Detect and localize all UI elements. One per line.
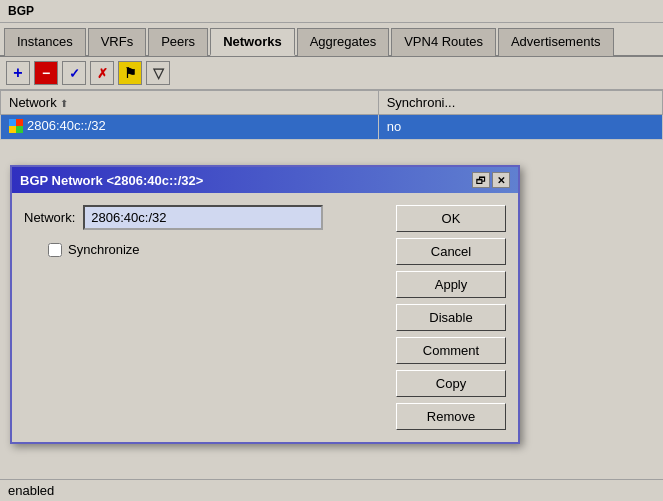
cell-synchronize: no xyxy=(378,115,662,140)
network-input[interactable] xyxy=(83,205,323,230)
dialog-title-buttons: 🗗 ✕ xyxy=(472,172,510,188)
synchronize-checkbox[interactable] xyxy=(48,243,62,257)
add-button[interactable]: + xyxy=(6,61,30,85)
status-text: enabled xyxy=(8,483,54,498)
tab-networks[interactable]: Networks xyxy=(210,28,295,56)
bgp-network-dialog: BGP Network <2806:40c::/32> 🗗 ✕ Network:… xyxy=(10,165,520,444)
dialog-title-bar: BGP Network <2806:40c::/32> 🗗 ✕ xyxy=(12,167,518,193)
tab-instances[interactable]: Instances xyxy=(4,28,86,56)
network-field-label: Network: xyxy=(24,210,75,225)
ok-button[interactable]: OK xyxy=(396,205,506,232)
cancel-button[interactable]: Cancel xyxy=(396,238,506,265)
networks-table: Network ⬆ Synchroni... xyxy=(0,90,663,140)
disable-button[interactable]: Disable xyxy=(396,304,506,331)
dialog-close-button[interactable]: ✕ xyxy=(492,172,510,188)
dialog-title-text: BGP Network <2806:40c::/32> xyxy=(20,173,203,188)
svg-rect-3 xyxy=(16,126,23,133)
comment-button[interactable]: Comment xyxy=(396,337,506,364)
remove-button-dialog[interactable]: Remove xyxy=(396,403,506,430)
status-bar: enabled xyxy=(0,479,663,501)
toolbar: + − ✓ ✗ ⚑ ▽ xyxy=(0,57,663,90)
table-row[interactable]: 2806:40c::/32 no xyxy=(1,115,663,140)
remove-button[interactable]: − xyxy=(34,61,58,85)
apply-button[interactable]: Apply xyxy=(396,271,506,298)
filter-button[interactable]: ▽ xyxy=(146,61,170,85)
tab-peers[interactable]: Peers xyxy=(148,28,208,56)
synchronize-row: Synchronize xyxy=(48,242,384,257)
cell-network: 2806:40c::/32 xyxy=(1,115,379,140)
table-area: Network ⬆ Synchroni... xyxy=(0,90,663,140)
tab-bar: Instances VRFs Peers Networks Aggregates… xyxy=(0,23,663,57)
flag-button[interactable]: ⚑ xyxy=(118,61,142,85)
svg-rect-1 xyxy=(16,119,23,126)
svg-rect-0 xyxy=(9,119,16,126)
col-header-synchronize[interactable]: Synchroni... xyxy=(378,91,662,115)
network-field-row: Network: xyxy=(24,205,384,230)
col-header-network[interactable]: Network ⬆ xyxy=(1,91,379,115)
sort-icon: ⬆ xyxy=(60,98,68,109)
svg-rect-2 xyxy=(9,126,16,133)
app-title: BGP xyxy=(8,4,34,18)
dialog-right-panel: OK Cancel Apply Disable Comment Copy Rem… xyxy=(396,205,506,430)
tab-vrfs[interactable]: VRFs xyxy=(88,28,147,56)
cross-button[interactable]: ✗ xyxy=(90,61,114,85)
tab-aggregates[interactable]: Aggregates xyxy=(297,28,390,56)
check-button[interactable]: ✓ xyxy=(62,61,86,85)
network-icon xyxy=(9,119,23,133)
dialog-restore-button[interactable]: 🗗 xyxy=(472,172,490,188)
tab-vpn4routes[interactable]: VPN4 Routes xyxy=(391,28,496,56)
title-bar: BGP xyxy=(0,0,663,23)
tab-advertisements[interactable]: Advertisements xyxy=(498,28,614,56)
dialog-left-panel: Network: Synchronize xyxy=(24,205,384,430)
synchronize-label[interactable]: Synchronize xyxy=(68,242,140,257)
copy-button[interactable]: Copy xyxy=(396,370,506,397)
dialog-body: Network: Synchronize OK Cancel Apply Dis… xyxy=(12,193,518,442)
